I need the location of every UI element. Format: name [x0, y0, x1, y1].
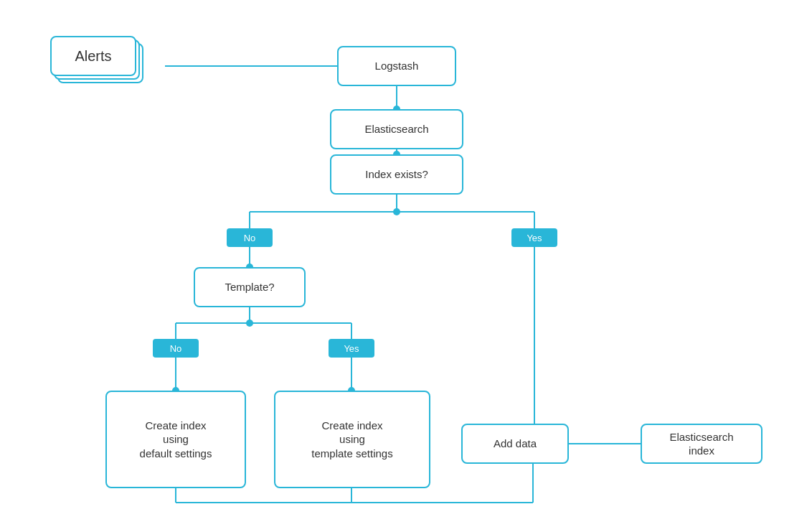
template-node: Template? [194, 267, 306, 307]
logstash-label: Logstash [375, 59, 419, 73]
es-index-label: Elasticsearch index [669, 430, 733, 458]
yes2-badge: Yes [329, 339, 374, 358]
create-default-label: Create index using default settings [140, 419, 212, 461]
logstash-node: Logstash [337, 46, 456, 86]
elasticsearch-node: Elasticsearch [330, 109, 463, 149]
template-label: Template? [225, 280, 274, 294]
alerts-label: Alerts [75, 48, 111, 65]
add-data-node: Add data [461, 424, 569, 464]
es-index-node: Elasticsearch index [641, 424, 763, 464]
dot-index-branch [393, 208, 400, 215]
index-exists-node: Index exists? [330, 154, 463, 195]
elasticsearch-label: Elasticsearch [364, 122, 428, 136]
no1-badge: No [227, 228, 273, 247]
index-exists-label: Index exists? [365, 167, 428, 182]
yes1-badge: Yes [511, 228, 557, 247]
create-default-node: Create index using default settings [105, 391, 246, 488]
dot-template-branch [246, 320, 253, 327]
no2-badge: No [153, 339, 199, 358]
create-template-label: Create index using template settings [311, 419, 392, 461]
create-template-node: Create index using template settings [274, 391, 430, 488]
add-data-label: Add data [494, 437, 537, 451]
